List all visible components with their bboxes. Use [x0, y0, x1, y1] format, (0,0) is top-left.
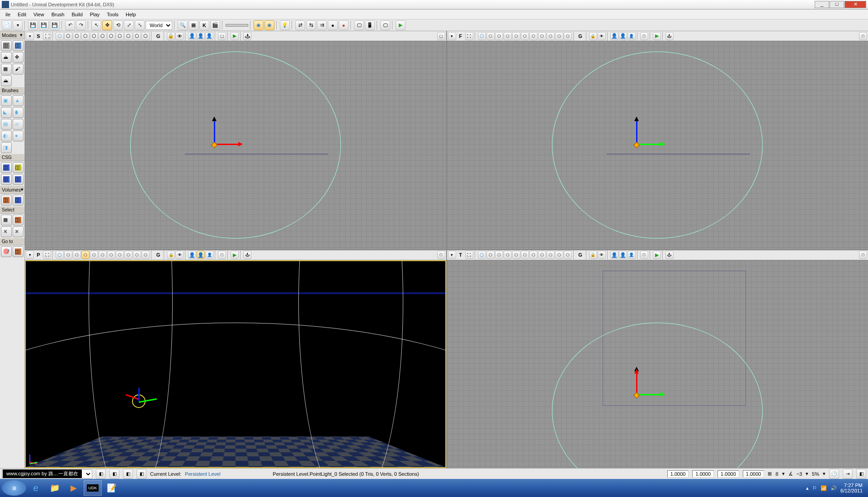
vp-pawn3-button[interactable]: 👤: [627, 251, 636, 259]
vp-lightonly-button[interactable]: ⬡: [512, 251, 520, 259]
vp-pawn-button[interactable]: 👤: [188, 251, 196, 259]
scale-w-field[interactable]: 1.0000: [743, 470, 764, 478]
build-paths-button[interactable]: ⇄: [295, 20, 305, 30]
vp-unlit-button[interactable]: ⬡: [64, 251, 72, 259]
tray-chevron-icon[interactable]: ▴: [806, 485, 809, 491]
vp-play-button[interactable]: ▶: [653, 32, 661, 40]
viewport-front-canvas[interactable]: [447, 41, 868, 249]
minimize-button[interactable]: _: [815, 1, 829, 8]
viewport-side-canvas[interactable]: .arrow-y::after{border-bottom-color:inhe…: [447, 260, 868, 469]
open-dropdown[interactable]: ▾: [13, 20, 23, 30]
vp-unlit-button[interactable]: ⬡: [486, 32, 495, 40]
vp-pawn2-button[interactable]: 👤: [619, 251, 627, 259]
vp-game-button[interactable]: ⬡: [564, 32, 572, 40]
vp-lock-button[interactable]: 🔒: [167, 32, 175, 40]
vp-type-label[interactable]: T: [457, 252, 465, 258]
tray-network-icon[interactable]: 📶: [821, 485, 827, 491]
vp-type-label[interactable]: S: [34, 33, 42, 39]
scale-x-field[interactable]: 1.0000: [667, 470, 689, 478]
vp-dropdown[interactable]: ▾: [26, 251, 34, 259]
vp-fullscreen-button[interactable]: ⛶: [465, 251, 473, 259]
tray-flag-icon[interactable]: ⚐: [812, 485, 817, 491]
geometry-mode-button[interactable]: ◫: [13, 40, 24, 51]
vp-joystick-button[interactable]: 🕹: [243, 251, 251, 259]
sheet-brush-button[interactable]: ▱: [13, 119, 24, 130]
vp-fullscreen-button[interactable]: ⛶: [43, 32, 51, 40]
coord-space-select[interactable]: World: [146, 21, 172, 30]
translate-mode-button[interactable]: ✥: [102, 20, 112, 30]
vp-texdensity-button[interactable]: ⬡: [107, 32, 115, 40]
percent-value[interactable]: 5%: [812, 471, 819, 477]
explorer-taskbar-button[interactable]: 📁: [46, 480, 64, 496]
vp-restore-button[interactable]: □: [437, 32, 445, 40]
sphere-brush-button[interactable]: ●: [13, 131, 24, 141]
viewport-top-canvas[interactable]: [25, 41, 446, 249]
vp-joystick-button[interactable]: 🕹: [665, 32, 674, 40]
vp-lit-button[interactable]: ⬡: [73, 251, 81, 259]
build-all-submit-button[interactable]: ●: [339, 20, 349, 30]
menu-build[interactable]: Build: [68, 11, 86, 18]
play-on-pc-button[interactable]: 🖵: [380, 20, 390, 30]
build-geometry-button[interactable]: ◉: [254, 20, 264, 30]
menu-brush[interactable]: Brush: [48, 11, 68, 18]
scale-z-field[interactable]: 1.0000: [717, 470, 739, 478]
save-as-button[interactable]: 💾: [50, 20, 60, 30]
vp-g-label[interactable]: G: [576, 33, 585, 39]
vp-lightcomplex-button[interactable]: ⬡: [99, 32, 107, 40]
add-volume-button[interactable]: ◫: [1, 195, 12, 206]
redo-button[interactable]: ↷: [76, 20, 86, 30]
play-button[interactable]: ▶: [396, 20, 406, 30]
cone-brush-button[interactable]: ▲: [13, 95, 24, 106]
save-all-button[interactable]: 💾: [39, 20, 49, 30]
vp-lit-button[interactable]: ⬡: [73, 32, 81, 40]
vp-pawn-button[interactable]: 👤: [610, 251, 618, 259]
status-misc-button[interactable]: ◧: [856, 469, 866, 479]
vp-eye-button[interactable]: 👁: [175, 251, 184, 259]
search-button[interactable]: 🔍: [178, 20, 188, 30]
scale-y-field[interactable]: 1.0000: [692, 470, 714, 478]
lighting-quality-button[interactable]: 💡: [280, 20, 290, 30]
vp-texdensity-button[interactable]: ⬡: [529, 32, 538, 40]
close-button[interactable]: ✕: [844, 1, 866, 8]
vp-square-button[interactable]: □: [218, 251, 226, 259]
vp-lod-button[interactable]: ⬡: [133, 32, 141, 40]
vp-lightonly-button[interactable]: ⬡: [90, 251, 98, 259]
vp-dropdown[interactable]: ▾: [448, 251, 456, 259]
terrain-mode-button[interactable]: ⛰: [1, 52, 12, 63]
select-mode-button[interactable]: ↖: [91, 20, 101, 30]
rotate-mode-button[interactable]: ⟲: [113, 20, 123, 30]
notes-taskbar-button[interactable]: 📝: [103, 480, 121, 496]
vp-lit-button[interactable]: ⬡: [495, 251, 503, 259]
chevron-down-icon[interactable]: ▾: [20, 32, 23, 38]
cube-brush-button[interactable]: ▣: [1, 95, 12, 106]
vp-lightcomplex-button[interactable]: ⬡: [521, 32, 529, 40]
menu-tools[interactable]: Tools: [103, 11, 122, 18]
csg-add-button[interactable]: ◫: [1, 162, 12, 173]
scale-nonuniform-button[interactable]: ⤡: [135, 20, 145, 30]
status-btn3[interactable]: ◧: [123, 469, 133, 479]
vp-pawn2-button[interactable]: 👤: [197, 251, 205, 259]
status-push-button[interactable]: ⇥: [843, 469, 853, 479]
camera-mode-button[interactable]: ◫: [1, 40, 12, 51]
vp-dropdown[interactable]: ▾: [26, 32, 34, 40]
vp-square-button[interactable]: □: [640, 32, 648, 40]
ie-taskbar-button[interactable]: e: [27, 480, 45, 496]
csg-subtract-button[interactable]: ◫: [13, 162, 24, 173]
build-all-button[interactable]: ●: [328, 20, 338, 30]
vp-joystick-button[interactable]: 🕹: [665, 251, 674, 259]
vp-lightonly-button[interactable]: ⬡: [90, 32, 98, 40]
linear-stair-button[interactable]: ▤: [1, 119, 12, 130]
vp-wireframe-button[interactable]: ⬡: [478, 32, 486, 40]
media-taskbar-button[interactable]: ▶: [65, 480, 83, 496]
select-all-button[interactable]: ▦: [1, 215, 12, 225]
viewport-persp-canvas[interactable]: [25, 260, 446, 469]
clock-time[interactable]: 7:27 PM: [840, 483, 863, 488]
menu-play[interactable]: Play: [86, 11, 103, 18]
kismet-button[interactable]: K: [199, 20, 209, 30]
vp-pawn3-button[interactable]: 👤: [205, 32, 213, 40]
vp-pawn2-button[interactable]: 👤: [619, 32, 627, 40]
percent-dropdown-icon[interactable]: ▾: [823, 471, 826, 477]
vp-play-button[interactable]: ▶: [231, 32, 239, 40]
goto-actor-button[interactable]: 🎯: [1, 246, 12, 257]
undo-button[interactable]: ↶: [65, 20, 75, 30]
